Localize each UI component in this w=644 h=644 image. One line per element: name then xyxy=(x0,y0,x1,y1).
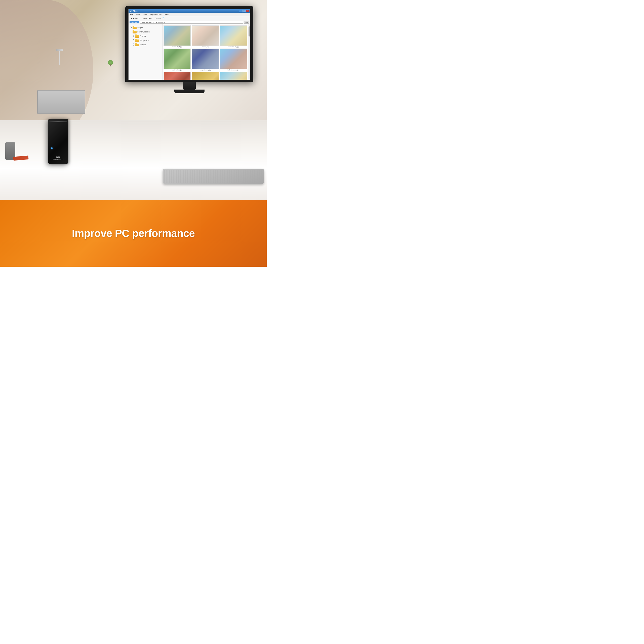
scrollbar-thumb[interactable] xyxy=(249,26,250,36)
menu-view[interactable]: View xyxy=(142,13,148,16)
file-thumbnail[interactable]: chloe1.jpg xyxy=(192,25,219,48)
folder-icon xyxy=(135,39,139,42)
thumbnail-image xyxy=(220,72,247,80)
scrollbar[interactable] xyxy=(248,24,250,80)
folder-icon xyxy=(133,26,137,29)
thumbnail-image xyxy=(192,25,219,46)
file-thumbnail[interactable]: central-park2.jpg xyxy=(192,72,219,80)
minimize-button[interactable]: — xyxy=(239,10,242,12)
wd-logo-text: WD xyxy=(53,156,63,158)
menu-help[interactable]: Help xyxy=(164,13,169,16)
drive-led xyxy=(51,147,53,149)
folder-icon xyxy=(135,34,139,38)
thumbnail-image xyxy=(164,49,191,69)
file-name: europe-day1.jpg xyxy=(164,46,191,48)
kitchen-plant xyxy=(107,60,114,66)
file-name: sadie-in-field.jpg xyxy=(164,69,191,71)
menu-bar: File Edit View My Favorites Help xyxy=(129,13,250,16)
nav-item-family[interactable]: Family vacation xyxy=(130,30,161,34)
expand-arrow-icon xyxy=(130,26,132,28)
file-name: chloe1.jpg xyxy=(192,46,219,48)
back-button[interactable]: ◄◄ Back xyxy=(130,17,139,20)
title-bar: My Files — □ ✕ xyxy=(129,9,250,13)
folder-name-friends2: Friends xyxy=(140,44,146,46)
folder-icon xyxy=(135,43,139,46)
counter-surface xyxy=(0,120,267,200)
file-explorer: My Files — □ ✕ File Edit View My Favorit… xyxy=(129,9,250,80)
close-button[interactable]: ✕ xyxy=(246,10,249,12)
location-label: Location: xyxy=(130,21,139,23)
window-controls: — □ ✕ xyxy=(239,10,249,12)
banner-text: Improve PC performance xyxy=(72,227,195,239)
sidebar-nav: Images Family vacation Friends xyxy=(129,24,163,80)
thumbnail-image xyxy=(220,49,247,69)
folder-icon xyxy=(133,30,137,33)
search-icon: 🔍 xyxy=(163,17,165,19)
drive-label: WD WD Elements xyxy=(53,156,63,160)
expand-arrow-icon xyxy=(132,35,134,37)
file-thumbnail[interactable]: sadie-in-field.jpg xyxy=(164,49,191,71)
file-thumbnail[interactable]: central-park.jpg xyxy=(164,72,191,80)
folder-name-family: Family vacation xyxy=(137,31,150,33)
folder-name-baby-chloe: Baby Chloe xyxy=(140,39,149,41)
thumbnail-image xyxy=(192,49,219,69)
monitor-wrapper: My Files — □ ✕ File Edit View My Favorit… xyxy=(125,6,253,93)
monitor-base xyxy=(174,90,205,93)
wd-elements-drive: WD WD Elements xyxy=(48,119,68,164)
toolbar: ◄◄ Back Forward ►► Search 🔍 xyxy=(129,16,250,20)
kitchen-faucet xyxy=(59,50,60,65)
folder-name-images: Images xyxy=(137,27,143,28)
expand-arrow-icon xyxy=(132,44,134,46)
file-name: hello-from-maui.jpg xyxy=(220,69,247,71)
folder-name-friends1: Friends xyxy=(140,35,146,37)
file-name: beach-kite-day.jpg xyxy=(220,46,247,48)
wd-product-name: WD Elements xyxy=(53,158,63,160)
file-thumbnail[interactable]: hello-from-maui.jpg xyxy=(220,49,247,71)
file-grid: europe-day1.jpgchloe1.jpgbeach-kite-day.… xyxy=(163,24,248,80)
file-thumbnail[interactable]: maui-beach.jpg xyxy=(220,72,247,80)
monitor-body: My Files — □ ✕ File Edit View My Favorit… xyxy=(125,6,253,82)
menu-file[interactable]: File xyxy=(130,13,134,16)
file-thumbnail[interactable]: newport winery.jpg xyxy=(192,49,219,71)
go-button[interactable]: GO xyxy=(244,21,249,24)
thumbnail-image xyxy=(164,72,191,80)
thumbnail-image xyxy=(164,25,191,46)
nav-item-friends1[interactable]: Friends xyxy=(130,34,161,38)
maximize-button[interactable]: □ xyxy=(243,10,246,12)
menu-favorites[interactable]: My Favorites xyxy=(150,13,162,16)
menu-edit[interactable]: Edit xyxy=(136,13,140,16)
window-title: My Files xyxy=(130,10,138,12)
keyboard xyxy=(163,169,264,184)
kitchen-sink xyxy=(37,90,85,114)
file-thumbnail[interactable]: europe-day1.jpg xyxy=(164,25,191,48)
explorer-content: Images Family vacation Friends xyxy=(129,24,250,80)
address-bar: Location: E:\My Backed Up Files\Images G… xyxy=(129,20,250,24)
kitchen-background: WD WD Elements My Files — □ ✕ xyxy=(0,0,267,200)
search-button[interactable]: Search xyxy=(154,17,162,20)
forward-button[interactable]: Forward ►► xyxy=(141,17,153,20)
file-name: newport winery.jpg xyxy=(192,69,219,71)
file-thumbnail[interactable]: beach-kite-day.jpg xyxy=(220,25,247,48)
orange-banner: Improve PC performance xyxy=(0,200,267,267)
nav-item-baby-chloe[interactable]: Baby Chloe xyxy=(130,38,161,43)
person-silhouette xyxy=(0,0,93,140)
monitor-screen: My Files — □ ✕ File Edit View My Favorit… xyxy=(128,9,250,80)
expand-arrow-icon xyxy=(132,39,134,41)
nav-item-friends2[interactable]: Friends xyxy=(130,43,161,47)
thumbnail-image xyxy=(192,72,219,80)
nav-item-images[interactable]: Images xyxy=(130,25,161,30)
monitor-stand xyxy=(183,82,196,90)
thumbnail-image xyxy=(220,25,247,46)
address-input[interactable]: E:\My Backed Up Files\Images xyxy=(140,21,243,24)
